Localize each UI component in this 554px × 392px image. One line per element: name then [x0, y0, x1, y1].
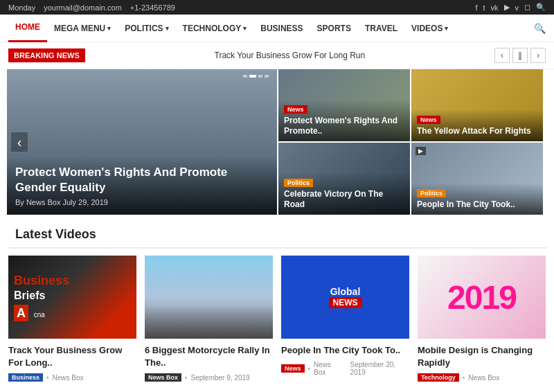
hero-thumb-2-title: The Yellow Attack For Rights [417, 126, 537, 137]
dot-1 [243, 75, 247, 78]
hero-thumb-2[interactable]: News The Yellow Attack For Rights [411, 69, 543, 141]
hero-thumb-2-overlay: News The Yellow Attack For Rights [411, 109, 543, 141]
top-bar: Monday yourmail@domain.com +1-23456789 f… [0, 0, 554, 15]
hero-main[interactable]: ‹ Protect Women's Rights And Promote Gen… [7, 69, 277, 215]
chevron-down-icon: ▾ [166, 25, 169, 32]
nav-politics[interactable]: POLITICS ▾ [118, 15, 175, 42]
video-card-1-title: Track Your Business Grow For Long.. [8, 344, 136, 369]
video-card-2-title: 6 Biggest Motorcycle Rally In The.. [145, 344, 273, 369]
video-card-3-meta: News • News Box September 20, 2019 [281, 361, 409, 376]
hero-thumb-3-title: Celebrate Victory On The Road [284, 189, 404, 211]
video-card-3-author: News Box [314, 361, 343, 376]
hero-thumb-3[interactable]: Politics Celebrate Victory On The Road [278, 143, 410, 215]
category-badge-1: News [284, 105, 307, 114]
video-card-3[interactable]: Global NEWS People In The City Took To..… [281, 256, 409, 382]
instagram-icon[interactable]: ◻ [524, 3, 530, 12]
hero-main-title: Protect Women's Rights And Promote Gende… [15, 165, 269, 195]
chevron-down-icon: ▾ [107, 25, 111, 32]
hero-thumb-3-overlay: Politics Celebrate Victory On The Road [278, 172, 410, 215]
video-card-4-author: News Box [468, 374, 499, 382]
breaking-next-button[interactable]: › [530, 48, 546, 63]
social-icons: f t vk ▶ v ◻ 🔍 [475, 3, 546, 12]
slider-dots [243, 75, 269, 78]
hero-thumb-4[interactable]: ▶ Politics People In The City Took.. [411, 143, 543, 215]
hero-prev-button[interactable]: ‹ [11, 132, 28, 152]
video-card-3-title: People In The City Took To.. [281, 344, 409, 357]
hero-thumb-1-overlay: News Protect Women's Rights And Promote.… [278, 99, 410, 141]
news-tag-3: News [281, 364, 305, 373]
twitter-icon[interactable]: t [483, 3, 485, 12]
video-card-2-meta: News Box • September 9, 2019 [145, 373, 273, 382]
phone-label: +1-23456789 [130, 3, 175, 12]
video-badge: ▶ [416, 147, 426, 155]
breaking-label: BREAKING NEWS [8, 48, 85, 62]
category-badge-2: News [417, 116, 440, 124]
breaking-prev-button[interactable]: ‹ [494, 48, 510, 63]
breaking-news-bar: BREAKING NEWS Track Your Business Grow F… [0, 42, 554, 69]
nav-search-icon[interactable]: 🔍 [534, 23, 546, 34]
video-card-1-author: News Box [53, 374, 84, 382]
nav-videos[interactable]: VIDEOS ▾ [404, 15, 455, 42]
search-icon[interactable]: 🔍 [536, 3, 546, 12]
breaking-pause-button[interactable]: ‖ [512, 48, 528, 63]
hero-main-overlay: Protect Women's Rights And Promote Gende… [7, 157, 277, 215]
latest-videos-section: Latest Videos Business Briefs A cna Trac… [0, 219, 554, 382]
breaking-text: Track Your Business Grow For Long Run [93, 51, 486, 60]
latest-videos-title: Latest Videos [7, 219, 547, 249]
nav-sports[interactable]: SPORTS [310, 15, 358, 42]
video-card-2-date: September 9, 2019 [191, 374, 250, 382]
video-card-1-meta: Business • News Box [8, 373, 136, 382]
hero-thumb-1[interactable]: News Protect Women's Rights And Promote.… [278, 69, 410, 141]
hero-thumb-1-title: Protect Women's Rights And Promote.. [284, 116, 404, 137]
video-thumb-4: 2019 [418, 256, 546, 339]
dot-2 [249, 75, 256, 78]
video-card-1[interactable]: Business Briefs A cna Track Your Busines… [8, 256, 136, 382]
youtube-icon[interactable]: ▶ [504, 3, 510, 12]
video-thumb-3: Global NEWS [281, 256, 409, 339]
hero-thumb-4-overlay: Politics People In The City Took.. [411, 183, 543, 215]
dot-4 [265, 75, 269, 78]
video-card-4-title: Mobile Design is Changing Rapidly [418, 344, 546, 369]
nav-home[interactable]: HOME [8, 15, 47, 42]
video-card-2[interactable]: 6 Biggest Motorcycle Rally In The.. News… [145, 256, 273, 382]
nav-business[interactable]: BUSINESS [253, 15, 310, 42]
hero-section: ‹ Protect Women's Rights And Promote Gen… [0, 69, 554, 215]
technology-tag: Technology [418, 373, 459, 382]
dot-3 [258, 75, 262, 78]
main-nav: HOME MEGA MENU ▾ POLITICS ▾ TECHNOLOGY ▾… [0, 15, 554, 42]
vimeo-icon[interactable]: v [515, 3, 519, 12]
nav-technology[interactable]: TECHNOLOGY ▾ [176, 15, 254, 42]
hero-thumb-4-title: People In The City Took.. [417, 199, 537, 211]
newsbox-tag: News Box [145, 373, 181, 382]
category-badge-4: Politics [417, 189, 446, 197]
video-thumb-1: Business Briefs A cna [8, 256, 136, 339]
category-badge-3: Politics [284, 179, 313, 187]
video-card-4-meta: Technology • News Box [418, 373, 546, 382]
nav-mega-menu[interactable]: MEGA MENU ▾ [47, 15, 118, 42]
nav-travel[interactable]: TRAVEL [358, 15, 404, 42]
videos-grid: Business Briefs A cna Track Your Busines… [0, 256, 554, 382]
vk-icon[interactable]: vk [491, 3, 499, 12]
hero-main-byline: By News Box July 29, 2019 [15, 198, 269, 206]
business-tag: Business [8, 373, 43, 382]
chevron-down-icon: ▾ [243, 25, 247, 32]
facebook-icon[interactable]: f [475, 3, 477, 12]
email-label: yourmail@domain.com [44, 3, 122, 12]
video-card-3-date: September 20, 2019 [350, 361, 410, 376]
day-label: Monday [8, 3, 35, 12]
hero-right-bottom-grid: News The Yellow Attack For Rights ▶ Poli… [411, 69, 543, 215]
video-thumb-2 [145, 256, 273, 339]
chevron-down-icon: ▾ [445, 25, 448, 32]
hero-right-top-grid: News Protect Women's Rights And Promote.… [278, 69, 410, 215]
video-card-4[interactable]: 2019 Mobile Design is Changing Rapidly T… [418, 256, 546, 382]
